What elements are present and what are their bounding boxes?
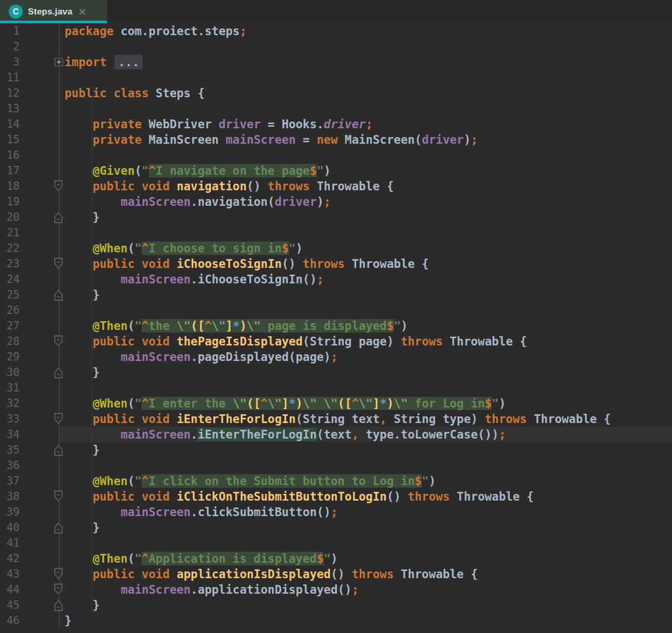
gutter-cell[interactable]: 18 bbox=[0, 178, 59, 194]
fold-collapsed-icon[interactable] bbox=[54, 57, 64, 67]
code-line[interactable]: public void iChooseToSignIn() throws Thr… bbox=[59, 256, 672, 272]
fold-start-icon[interactable] bbox=[53, 413, 64, 425]
gutter-cell[interactable]: 41 bbox=[0, 535, 59, 551]
fold-start-icon[interactable] bbox=[53, 258, 64, 270]
code-token bbox=[65, 567, 93, 581]
gutter-cell[interactable]: 27 bbox=[0, 318, 59, 334]
code-line[interactable]: @When("^I click on the Submit button to … bbox=[59, 473, 672, 489]
gutter-cell[interactable]: 25 bbox=[0, 287, 59, 303]
code-line[interactable]: private WebDriver driver = Hooks.driver; bbox=[59, 116, 672, 132]
code-line[interactable] bbox=[59, 101, 672, 116]
gutter-cell[interactable]: 35 bbox=[0, 442, 59, 458]
gutter-cell[interactable]: 11 bbox=[0, 70, 59, 85]
code-line[interactable]: import ... bbox=[59, 54, 672, 70]
gutter-cell[interactable]: 15 bbox=[0, 132, 59, 147]
gutter-cell[interactable]: 42 bbox=[0, 551, 59, 566]
gutter-cell[interactable]: 39 bbox=[0, 504, 59, 520]
gutter-cell[interactable]: 12 bbox=[0, 85, 59, 101]
fold-start-icon[interactable] bbox=[53, 335, 64, 348]
code-line[interactable]: } bbox=[59, 287, 672, 303]
fold-start-icon[interactable] bbox=[53, 490, 64, 503]
code-line[interactable] bbox=[59, 70, 672, 85]
code-line[interactable] bbox=[59, 225, 672, 240]
code-token: ; bbox=[240, 24, 247, 38]
gutter-cell[interactable]: 44 bbox=[0, 582, 59, 597]
gutter-cell[interactable]: 20 bbox=[0, 209, 59, 225]
fold-end-icon[interactable] bbox=[53, 521, 64, 534]
code-token: mainScreen bbox=[120, 195, 190, 208]
code-line[interactable]: mainScreen.pageDisplayed(page); bbox=[59, 349, 672, 365]
gutter-cell[interactable]: 16 bbox=[0, 147, 59, 163]
fold-start-icon[interactable] bbox=[53, 583, 64, 596]
code-line[interactable] bbox=[59, 535, 672, 551]
gutter-cell[interactable]: 31 bbox=[0, 380, 59, 396]
gutter-cell[interactable]: 21 bbox=[0, 225, 59, 240]
gutter-cell[interactable]: 34 bbox=[0, 427, 59, 442]
gutter-cell[interactable]: 46 bbox=[0, 613, 59, 628]
fold-start-icon[interactable] bbox=[53, 180, 64, 192]
code-line[interactable]: @Given("^I navigate on the page$") bbox=[59, 163, 672, 178]
close-tab-icon[interactable]: × bbox=[78, 6, 87, 17]
code-line[interactable]: @Then("^the \"([^\"]*)\" page is display… bbox=[59, 318, 672, 334]
code-line[interactable]: package com.proiect.steps; bbox=[59, 23, 672, 39]
gutter-cell[interactable]: 14 bbox=[0, 116, 59, 132]
gutter-cell[interactable]: 38 bbox=[0, 489, 59, 504]
gutter-cell[interactable]: 23 bbox=[0, 256, 59, 272]
gutter-cell[interactable]: 37 bbox=[0, 473, 59, 489]
fold-end-icon[interactable] bbox=[53, 211, 64, 223]
code-line[interactable] bbox=[59, 147, 672, 163]
fold-end-icon[interactable] bbox=[53, 366, 64, 379]
code-line[interactable]: @When("^I choose to sign in$") bbox=[59, 240, 672, 256]
code-editor[interactable]: 1package com.proiect.steps;23import ...1… bbox=[0, 23, 672, 633]
gutter-cell[interactable]: 19 bbox=[0, 194, 59, 209]
gutter-cell[interactable]: 32 bbox=[0, 396, 59, 411]
code-token: for Log in bbox=[408, 397, 485, 410]
code-line[interactable]: } bbox=[59, 365, 672, 380]
gutter-cell[interactable]: 13 bbox=[0, 101, 59, 116]
fold-end-icon[interactable] bbox=[53, 444, 64, 456]
code-line[interactable] bbox=[59, 458, 672, 473]
code-line[interactable]: public void iEnterTheForLogIn(String tex… bbox=[59, 411, 672, 427]
gutter-cell[interactable]: 1 bbox=[0, 23, 59, 39]
code-line[interactable]: } bbox=[59, 597, 672, 613]
gutter-cell[interactable]: 28 bbox=[0, 334, 59, 349]
code-line[interactable]: public void iClickOnTheSubmitButtonToLog… bbox=[59, 489, 672, 504]
code-line[interactable]: } bbox=[59, 520, 672, 535]
gutter-cell[interactable]: 3 bbox=[0, 54, 59, 70]
code-line[interactable]: mainScreen.iEnterTheForLogIn(text, type.… bbox=[59, 427, 672, 442]
editor-row: 40 } bbox=[0, 520, 672, 535]
gutter-cell[interactable]: 29 bbox=[0, 349, 59, 365]
gutter-cell[interactable]: 40 bbox=[0, 520, 59, 535]
code-line[interactable]: public void navigation() throws Throwabl… bbox=[59, 178, 672, 194]
code-line[interactable]: public void applicationIsDisplayed() thr… bbox=[59, 566, 672, 582]
code-line[interactable]: } bbox=[59, 209, 672, 225]
fold-end-icon[interactable] bbox=[53, 599, 64, 611]
code-line[interactable] bbox=[59, 380, 672, 396]
code-line[interactable]: mainScreen.navigation(driver); bbox=[59, 194, 672, 209]
code-line[interactable]: @Then("^Application is displayed$") bbox=[59, 551, 672, 566]
gutter-cell[interactable]: 2 bbox=[0, 39, 59, 54]
gutter-cell[interactable]: 36 bbox=[0, 458, 59, 473]
code-line[interactable]: @When("^I enter the \"([^\"]*)\" \"([^\"… bbox=[59, 396, 672, 411]
gutter-cell[interactable]: 24 bbox=[0, 272, 59, 287]
gutter-cell[interactable]: 33 bbox=[0, 411, 59, 427]
code-line[interactable] bbox=[59, 39, 672, 54]
code-line[interactable]: mainScreen.iChooseToSignIn(); bbox=[59, 272, 672, 287]
gutter-cell[interactable]: 26 bbox=[0, 303, 59, 318]
gutter-cell[interactable]: 17 bbox=[0, 163, 59, 178]
code-line[interactable]: private MainScreen mainScreen = new Main… bbox=[59, 132, 672, 147]
code-line[interactable]: } bbox=[59, 442, 672, 458]
code-line[interactable] bbox=[59, 303, 672, 318]
code-line[interactable]: } bbox=[59, 613, 672, 628]
gutter-cell[interactable]: 30 bbox=[0, 365, 59, 380]
gutter-cell[interactable]: 45 bbox=[0, 597, 59, 613]
gutter-cell[interactable]: 22 bbox=[0, 240, 59, 256]
code-line[interactable]: mainScreen.clickSubmitButton(); bbox=[59, 504, 672, 520]
tab-steps-java[interactable]: C Steps.java × bbox=[0, 0, 107, 23]
code-line[interactable]: public void thePageIsDisplayed(String pa… bbox=[59, 334, 672, 349]
code-line[interactable]: public class Steps { bbox=[59, 85, 672, 101]
fold-end-icon[interactable] bbox=[53, 289, 64, 301]
gutter-cell[interactable]: 43 bbox=[0, 566, 59, 582]
code-line[interactable]: mainScreen.applicationDisplayed(); bbox=[59, 582, 672, 597]
fold-start-icon[interactable] bbox=[53, 568, 64, 580]
